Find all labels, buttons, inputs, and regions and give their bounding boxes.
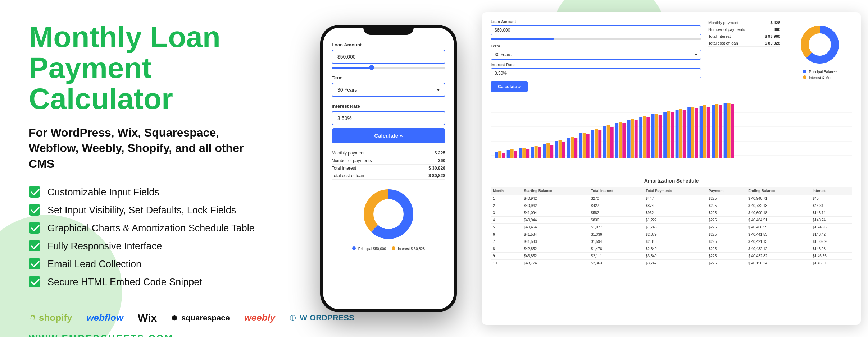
amort-cell-10-6: $ 40,156.24 <box>746 260 810 267</box>
amort-cell-3-6: $ 40,600.18 <box>746 209 810 217</box>
svg-rect-3 <box>29 240 40 251</box>
svg-rect-72 <box>715 104 718 158</box>
amort-cell-1-4: $447 <box>644 195 706 202</box>
svg-rect-17 <box>495 152 498 158</box>
svg-rect-52 <box>635 120 638 158</box>
amort-cell-6-3: $1,336 <box>589 231 644 238</box>
svg-rect-66 <box>691 107 694 158</box>
amort-cell-3-3: $582 <box>589 209 644 217</box>
dash-loan-slider[interactable] <box>491 38 701 40</box>
svg-rect-20 <box>507 150 510 158</box>
amort-cell-9-4: $3,349 <box>644 253 706 260</box>
features-list: Customizable Input Fields Set Input Visi… <box>29 186 270 294</box>
amort-cell-10-4: $3,747 <box>644 260 706 267</box>
svg-rect-5 <box>29 276 40 287</box>
feature-item-2: Set Input Visibility, Set Defaults, Lock… <box>29 204 270 217</box>
amort-cell-10-1: 10 <box>491 260 522 267</box>
amort-cell-2-1: 2 <box>491 202 522 209</box>
amort-cell-5-7: $1,746.68 <box>810 224 852 231</box>
svg-rect-2 <box>29 222 40 234</box>
svg-rect-28 <box>538 147 541 158</box>
main-title: Monthly Loan Payment Calculator <box>29 22 270 114</box>
amort-cell-2-7: $46.31 <box>810 202 852 209</box>
svg-rect-44 <box>603 126 606 158</box>
checkmark-icon-3 <box>29 222 42 235</box>
amort-cell-9-1: 9 <box>491 253 522 260</box>
phone-result-row-1: Monthly payment $ 225 <box>332 149 445 157</box>
phone-loan-slider[interactable] <box>332 67 445 69</box>
svg-rect-41 <box>591 130 594 158</box>
svg-point-9 <box>373 199 404 229</box>
svg-rect-47 <box>615 123 618 158</box>
checkmark-icon-2 <box>29 204 42 217</box>
svg-rect-33 <box>559 140 562 158</box>
amort-cell-4-6: $ 40,484.51 <box>746 217 810 224</box>
phone-term-select[interactable]: 30 Years ▾ <box>332 83 445 97</box>
svg-rect-51 <box>631 119 634 158</box>
svg-rect-27 <box>535 146 538 158</box>
amort-title: Amortization Schedule <box>491 178 852 184</box>
feature-item-4: Fully Responsive Interface <box>29 240 270 253</box>
svg-rect-76 <box>731 104 734 158</box>
weebly-logo: weebly <box>244 312 276 323</box>
svg-rect-62 <box>676 110 679 158</box>
svg-rect-23 <box>519 148 522 158</box>
svg-rect-1 <box>29 204 40 216</box>
dash-loan-label: Loan Amount <box>491 19 701 24</box>
phone-results-table: Monthly payment $ 225 Number of payments… <box>332 149 445 180</box>
svg-rect-67 <box>695 108 698 158</box>
svg-rect-43 <box>598 130 601 158</box>
phone-calculate-button[interactable]: Calculate » <box>332 128 445 143</box>
dash-rate-input[interactable]: 3.50% <box>491 68 701 78</box>
amort-cell-9-7: $1,46.55 <box>810 253 852 260</box>
interest-dot <box>392 246 395 250</box>
amort-cell-6-7: $146.42 <box>810 231 852 238</box>
shopify-logo: shopify <box>29 312 72 323</box>
squarespace-logo: squarespace <box>171 313 230 323</box>
amort-cell-10-3: $2,363 <box>589 260 644 267</box>
checkmark-icon-5 <box>29 258 42 271</box>
phone-loan-input[interactable]: $50,000 <box>332 50 445 64</box>
dash-loan-input[interactable]: $60,000 <box>491 25 701 35</box>
amort-cell-1-5: $225 <box>706 195 746 202</box>
svg-rect-50 <box>627 120 631 158</box>
feature-item-5: Email Lead Collection <box>29 258 270 271</box>
svg-rect-57 <box>655 114 658 158</box>
amort-col-payment: Payment <box>706 187 746 195</box>
amort-header-row: Month Starting Balance Total Interest To… <box>491 187 852 195</box>
svg-rect-0 <box>29 186 40 198</box>
svg-rect-32 <box>555 141 558 158</box>
amort-cell-8-7: $146.98 <box>810 245 852 253</box>
wix-logo: Wix <box>138 312 157 324</box>
svg-rect-46 <box>610 127 614 158</box>
amort-cell-2-4: $874 <box>644 202 706 209</box>
amort-col-starting: Starting Balance <box>522 187 589 195</box>
amort-cell-4-2: $40,944 <box>522 217 589 224</box>
phone-screen: Loan Amount $50,000 Term 30 Years ▾ Inte… <box>323 28 454 309</box>
dashboard-donut: Principal Balance Interest & More <box>787 19 852 92</box>
bar-chart-area: // This will be rendered via JS below <box>491 102 852 174</box>
amort-cell-6-4: $2,079 <box>644 231 706 238</box>
dash-result-row-4: Total cost of loan $ 80,828 <box>708 40 780 47</box>
svg-rect-38 <box>579 133 582 158</box>
svg-rect-36 <box>571 137 574 158</box>
amort-cell-6-1: 6 <box>491 231 522 238</box>
amort-cell-3-4: $962 <box>644 209 706 217</box>
amort-cell-4-4: $1,222 <box>644 217 706 224</box>
svg-rect-61 <box>671 112 674 158</box>
phone-rate-input[interactable]: 3.50% <box>332 111 445 125</box>
website-url: WWW.EMBEDSHEETS.COM <box>29 333 270 337</box>
dash-term-select[interactable]: 30 Years ▾ <box>491 50 701 60</box>
svg-rect-18 <box>498 151 501 158</box>
amort-cell-7-2: $41,583 <box>522 238 589 245</box>
dash-principal-dot <box>803 70 806 73</box>
amort-cell-2-5: $225 <box>706 202 746 209</box>
dash-calculate-button[interactable]: Calculate » <box>491 81 528 92</box>
svg-rect-31 <box>550 145 553 158</box>
phone-result-row-4: Total cost of loan $ 80,828 <box>332 172 445 180</box>
amort-cell-8-5: $225 <box>706 245 746 253</box>
amort-cell-9-6: $ 40,432.82 <box>746 253 810 260</box>
amort-row-1: 1$40,942$270$447$225$ 40,940.71$40 <box>491 195 852 202</box>
phone-container: Loan Amount $50,000 Term 30 Years ▾ Inte… <box>320 25 457 312</box>
subtitle: For WordPress, Wix, Squarespace, Webflow… <box>29 125 270 172</box>
